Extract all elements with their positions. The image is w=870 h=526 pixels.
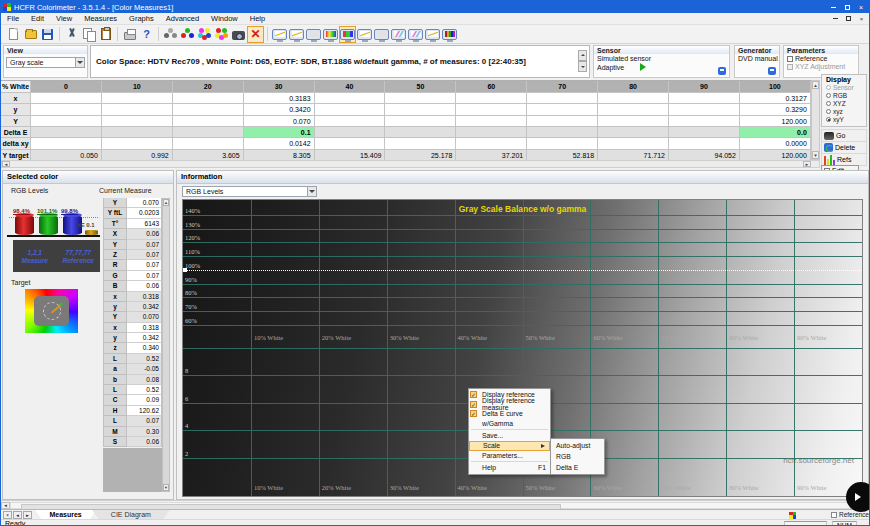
table-cell[interactable]	[31, 104, 102, 115]
table-cell[interactable]	[173, 93, 244, 104]
measure-row[interactable]: y0.342	[103, 333, 162, 343]
context-menu-item-delta-e-curve[interactable]: ✓Delta E curve	[469, 409, 550, 419]
measure-row[interactable]: Y0.07	[103, 240, 162, 250]
measure-row[interactable]: X0.06	[103, 229, 162, 239]
table-cell[interactable]	[315, 104, 386, 115]
table-column-header[interactable]: 10	[102, 81, 173, 93]
print-icon[interactable]	[121, 26, 138, 43]
table-cell[interactable]: 0.3420	[244, 104, 315, 115]
scroll-left-icon[interactable]: ◄	[2, 161, 10, 167]
table-cell[interactable]	[527, 104, 598, 115]
table-cell[interactable]	[385, 116, 456, 127]
context-menu-item-display-reference-measure[interactable]: ✓Display reference measure	[469, 400, 550, 410]
scroll-down-icon[interactable]: ▼	[812, 151, 819, 159]
measure-row[interactable]: M0.30	[103, 427, 162, 437]
paste-icon[interactable]	[97, 26, 114, 43]
scroll-left-icon[interactable]: ◄	[1, 502, 10, 509]
table-cell[interactable]	[598, 93, 669, 104]
minimize-button[interactable]	[827, 2, 839, 12]
measure-row[interactable]: x0.318	[103, 292, 162, 302]
menu-advanced[interactable]: Advanced	[160, 13, 205, 25]
spinner-up-icon[interactable]	[578, 50, 587, 61]
measure-row[interactable]: H120.62	[103, 406, 162, 416]
table-cell[interactable]	[173, 138, 244, 149]
measure-row[interactable]: C0.09	[103, 395, 162, 405]
table-cell[interactable]	[669, 138, 740, 149]
measure-row[interactable]: L0.52	[103, 385, 162, 395]
radio-icon[interactable]	[826, 117, 831, 122]
menu-window[interactable]: Window	[205, 13, 244, 25]
about-icon[interactable]: ?	[138, 26, 155, 43]
chevron-down-icon[interactable]	[75, 58, 84, 67]
table-cell[interactable]	[669, 93, 740, 104]
table-cell[interactable]	[527, 93, 598, 104]
table-column-header[interactable]: 50	[385, 81, 456, 93]
table-cell[interactable]	[173, 104, 244, 115]
menu-graphs[interactable]: Graphs	[123, 13, 160, 25]
table-column-header[interactable]: 90	[669, 81, 740, 93]
menu-file[interactable]: File	[1, 13, 25, 25]
display-radio-rgb[interactable]: RGB	[822, 91, 866, 99]
radio-icon[interactable]	[826, 93, 831, 98]
measure-row[interactable]: S0.06	[103, 437, 162, 447]
context-menu-item-parameters-[interactable]: Parameters...	[469, 451, 550, 461]
view-cie-icon[interactable]	[373, 26, 390, 43]
scroll-up-icon[interactable]: ▲	[163, 199, 169, 206]
table-cell[interactable]	[527, 138, 598, 149]
reference-checkbox[interactable]: Reference	[831, 511, 869, 518]
table-cell[interactable]	[456, 104, 527, 115]
table-cell[interactable]	[598, 138, 669, 149]
view-nearwhite-icon[interactable]	[322, 26, 339, 43]
measure-row[interactable]: R0.07	[103, 260, 162, 270]
table-cell[interactable]: 0.3127	[740, 93, 811, 104]
table-cell[interactable]	[31, 138, 102, 149]
open-file-icon[interactable]	[22, 26, 39, 43]
table-cell[interactable]	[31, 93, 102, 104]
table-cell[interactable]	[527, 127, 598, 138]
view-histogram-icon[interactable]	[441, 26, 458, 43]
table-cell[interactable]	[456, 138, 527, 149]
scroll-right-icon[interactable]: ►	[803, 161, 811, 167]
maximize-button[interactable]	[841, 2, 853, 12]
table-cell[interactable]	[31, 116, 102, 127]
display-radio-xyy[interactable]: xyY	[822, 115, 866, 123]
table-cell[interactable]	[456, 93, 527, 104]
mdi-minimize-button[interactable]	[830, 14, 841, 23]
table-cell[interactable]: 0.070	[244, 116, 315, 127]
measure-primaries-icon[interactable]	[179, 26, 196, 43]
context-menu-item-save-[interactable]: Save...	[469, 431, 550, 441]
table-horizontal-scrollbar[interactable]: ◄ ►	[1, 160, 820, 168]
table-column-header[interactable]: 100	[740, 81, 811, 93]
table-cell[interactable]	[385, 127, 456, 138]
delete-measures-icon[interactable]: ✕	[247, 26, 264, 43]
main-horizontal-scrollbar[interactable]: ◄ ►	[1, 500, 869, 509]
table-cell[interactable]	[102, 138, 173, 149]
measure-row[interactable]: L0.52	[103, 354, 162, 364]
chevron-down-icon[interactable]	[307, 187, 316, 196]
spinner-down-icon[interactable]	[578, 61, 587, 72]
radio-icon[interactable]	[826, 109, 831, 114]
view-rgb-levels-icon[interactable]	[339, 26, 356, 43]
measure-row[interactable]: G0.07	[103, 271, 162, 281]
table-cell[interactable]	[669, 104, 740, 115]
view-measures-icon[interactable]	[390, 26, 407, 43]
table-cell[interactable]	[102, 116, 173, 127]
table-cell[interactable]	[669, 116, 740, 127]
view-nearblack-icon[interactable]	[305, 26, 322, 43]
title-bar[interactable]: HCFR Colorimeter - 3.5.1.4 - [Color Meas…	[1, 1, 869, 13]
table-cell[interactable]	[173, 116, 244, 127]
measure-row[interactable]: Y ftL0.0203	[103, 208, 162, 218]
table-cell[interactable]	[598, 127, 669, 138]
table-cell[interactable]: 0.3183	[244, 93, 315, 104]
checkbox-box[interactable]	[787, 56, 793, 62]
table-column-header[interactable]: 20	[173, 81, 244, 93]
context-menu-item-w-gamma[interactable]: w/Gamma	[469, 419, 550, 429]
context-menu-item-scale[interactable]: Scale	[469, 441, 550, 451]
table-column-header[interactable]: 60	[456, 81, 527, 93]
table-cell[interactable]	[456, 127, 527, 138]
info-spinner[interactable]	[578, 50, 587, 74]
submenu-item-delta-e[interactable]: Delta E	[551, 462, 604, 473]
measure-row[interactable]: Y0.070	[103, 312, 162, 322]
table-cell[interactable]	[315, 116, 386, 127]
sensor-config-icon[interactable]	[718, 67, 726, 75]
